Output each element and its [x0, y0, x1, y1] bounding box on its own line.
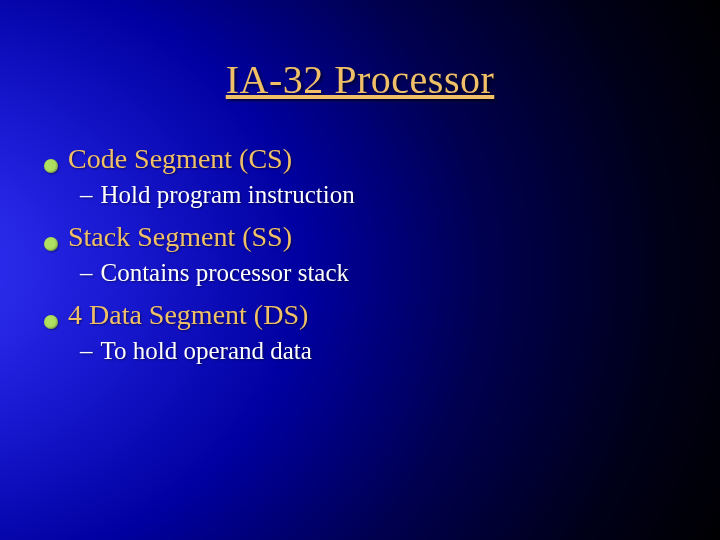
- bullet-label: Code Segment (CS): [68, 143, 292, 175]
- bullet-item: 4 Data Segment (DS): [44, 299, 680, 331]
- bullet-label: 4 Data Segment (DS): [68, 299, 308, 331]
- slide-title: IA-32 Processor: [0, 0, 720, 131]
- dash-icon: –: [80, 259, 93, 287]
- bullet-icon: [44, 159, 58, 173]
- bullet-item: Stack Segment (SS): [44, 221, 680, 253]
- slide-content: Code Segment (CS) – Hold program instruc…: [0, 143, 720, 365]
- sub-bullet-item: – To hold operand data: [44, 337, 680, 365]
- dash-icon: –: [80, 181, 93, 209]
- bullet-label: Stack Segment (SS): [68, 221, 292, 253]
- sub-bullet-label: To hold operand data: [101, 337, 312, 365]
- bullet-icon: [44, 237, 58, 251]
- bullet-icon: [44, 315, 58, 329]
- sub-bullet-item: – Contains processor stack: [44, 259, 680, 287]
- sub-bullet-item: – Hold program instruction: [44, 181, 680, 209]
- bullet-item: Code Segment (CS): [44, 143, 680, 175]
- sub-bullet-label: Hold program instruction: [101, 181, 355, 209]
- sub-bullet-label: Contains processor stack: [101, 259, 350, 287]
- dash-icon: –: [80, 337, 93, 365]
